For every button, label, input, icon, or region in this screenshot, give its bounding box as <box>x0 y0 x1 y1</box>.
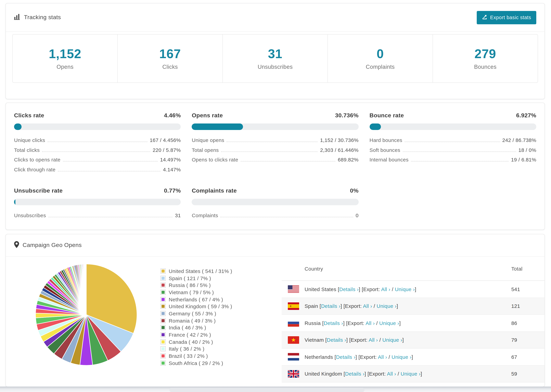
details-link[interactable]: Details › <box>327 337 346 343</box>
export-unique-link[interactable]: Unique › <box>382 337 402 343</box>
export-basic-stats-button[interactable]: Export basic stats <box>477 11 536 24</box>
geo-title-label: Campaign Geo Opens <box>23 242 82 249</box>
summary-stats-row: 1,152 Opens 167 Clicks 31 Unsubscribes 0… <box>12 34 538 83</box>
rate-detail-value: 4.147% <box>163 166 181 172</box>
stat-label: Clicks <box>162 64 178 70</box>
geo-legend: United States ( 541 / 31% ) Spain ( 121 … <box>161 267 232 366</box>
stat-value: 279 <box>474 47 496 61</box>
rate-progress-track <box>14 199 181 205</box>
rate-detail-value: 0 <box>356 212 359 218</box>
legend-item: United States ( 541 / 31% ) <box>161 267 232 274</box>
rate-detail-label: Clicks to opens rate <box>14 157 60 162</box>
rate-detail-value: 220 / 5.87% <box>153 147 181 153</box>
country-name: Vietnam <box>304 337 324 343</box>
details-link[interactable]: Details › <box>324 320 343 326</box>
country-flag-icon <box>288 319 299 327</box>
export-all-link[interactable]: All › <box>378 354 387 360</box>
rate-detail-value: 1,152 / 30.736% <box>320 137 359 143</box>
rate-title: Unsubscribe rate <box>14 188 63 194</box>
geo-table-row: Spain [Details ›] [Export: All › / Uniqu… <box>282 298 544 315</box>
horizontal-scrollbar-thumb[interactable] <box>170 388 365 392</box>
summary-stat-cell: 1,152 Opens <box>13 35 118 83</box>
country-flag-icon <box>288 370 299 378</box>
geo-table-row: Netherlands [Details ›] [Export: All › /… <box>282 349 544 365</box>
dotted-leader <box>58 171 161 171</box>
legend-swatch <box>161 325 166 330</box>
rate-detail-row: Click through rate 4.147% <box>14 166 181 176</box>
tracking-stats-label: Tracking stats <box>24 14 61 21</box>
rate-progress-fill <box>369 124 381 130</box>
legend-label: Canada ( 40 / 2% ) <box>169 339 213 345</box>
legend-item: Romania ( 49 / 3% ) <box>161 317 232 324</box>
rate-title: Opens rate <box>192 112 223 119</box>
legend-label: France ( 42 / 2% ) <box>169 332 211 338</box>
stat-value: 1,152 <box>49 47 81 61</box>
export-all-link[interactable]: All › <box>381 286 390 292</box>
geo-table-row: United States [Details ›] [Export: All ›… <box>282 281 544 298</box>
summary-stat-cell: 167 Clicks <box>118 35 223 83</box>
geo-table-row: Russia [Details ›] [Export: All › / Uniq… <box>282 315 544 332</box>
export-button-label: Export basic stats <box>490 15 531 20</box>
rate-detail-row: Hard bounces 242 / 86.738% <box>369 137 536 147</box>
legend-swatch <box>161 353 166 358</box>
geo-content: United States ( 541 / 31% ) Spain ( 121 … <box>6 257 544 387</box>
stat-label: Bounces <box>474 64 496 70</box>
rate-detail-row: Internal bounces 19 / 6.81% <box>369 157 536 166</box>
legend-swatch <box>161 275 166 281</box>
export-unique-link[interactable]: Unique › <box>379 320 399 326</box>
rate-detail-row: Unique clicks 167 / 4.456% <box>14 137 181 147</box>
export-all-link[interactable]: All › <box>366 320 375 326</box>
country-name: Spain <box>304 303 318 309</box>
rate-title: Complaints rate <box>192 188 237 194</box>
details-link[interactable]: Details › <box>321 303 340 309</box>
legend-item: Spain ( 121 / 7% ) <box>161 274 232 281</box>
export-unique-link[interactable]: Unique › <box>377 303 397 309</box>
rate-progress-fill <box>192 124 243 130</box>
country-flag-icon <box>288 286 299 293</box>
details-link[interactable]: Details › <box>336 354 356 360</box>
rate-progress-fill <box>14 199 15 205</box>
legend-label: Vietnam ( 79 / 5% ) <box>169 289 214 295</box>
dotted-leader <box>405 142 500 142</box>
country-name: United States <box>304 286 336 292</box>
legend-label: Romania ( 49 / 3% ) <box>169 318 216 323</box>
tracking-stats-header: Tracking stats Export basic stats <box>6 3 544 32</box>
summary-stat-cell: 279 Bounces <box>433 35 538 83</box>
rate-detail-label: Internal bounces <box>369 157 409 162</box>
legend-label: Netherlands ( 67 / 4% ) <box>169 296 223 302</box>
rate-detail-row: Total opens 2,303 / 61.446% <box>192 147 359 157</box>
legend-item: United Kingdom ( 59 / 3% ) <box>161 303 232 310</box>
dotted-leader <box>42 151 150 152</box>
country-name: Russia <box>304 320 321 326</box>
rate-detail-row: Soft bounces 18 / 0% <box>369 147 536 157</box>
country-total: 67 <box>511 354 517 360</box>
details-link[interactable]: Details › <box>345 371 365 377</box>
export-all-link[interactable]: All › <box>387 371 396 377</box>
stat-label: Opens <box>57 64 73 70</box>
rate-progress-track <box>369 124 536 130</box>
legend-swatch <box>161 311 166 316</box>
geo-table-row: Vietnam [Details ›] [Export: All › / Uni… <box>282 332 544 349</box>
rate-detail-value: 19 / 6.81% <box>511 157 536 162</box>
legend-swatch <box>161 290 166 295</box>
export-unique-link[interactable]: Unique › <box>401 371 421 377</box>
legend-item: India ( 46 / 3% ) <box>161 324 232 331</box>
rate-detail-value: 14.497% <box>160 157 181 162</box>
country-total: 59 <box>511 371 517 377</box>
rate-detail-label: Unique clicks <box>14 137 45 143</box>
country-flag-icon <box>288 302 299 310</box>
country-flag-icon <box>288 353 299 361</box>
export-unique-link[interactable]: Unique › <box>391 354 411 360</box>
geo-pie-chart <box>33 261 140 368</box>
legend-label: United Kingdom ( 59 / 3% ) <box>169 304 232 309</box>
legend-item: Russia ( 86 / 5% ) <box>161 282 232 289</box>
rate-progress-track <box>192 199 359 205</box>
rate-detail-value: 242 / 86.738% <box>502 137 536 143</box>
details-link[interactable]: Details › <box>339 286 359 292</box>
export-all-link[interactable]: All › <box>363 303 372 309</box>
export-all-link[interactable]: All › <box>369 337 378 343</box>
export-unique-link[interactable]: Unique › <box>395 286 415 292</box>
legend-swatch <box>161 268 166 274</box>
country-total: 541 <box>511 286 520 292</box>
dotted-leader <box>227 142 318 142</box>
